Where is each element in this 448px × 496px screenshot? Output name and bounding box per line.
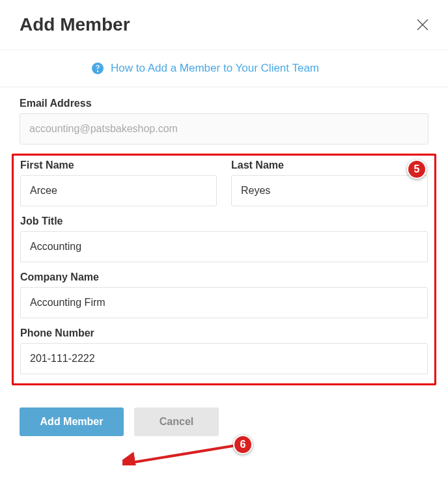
phone-field-group: Phone Number [20, 327, 428, 374]
help-link[interactable]: How to Add a Member to Your Client Team [111, 62, 319, 75]
job-title-field-group: Job Title [20, 215, 428, 262]
job-title-input[interactable] [20, 231, 428, 262]
arrow-annotation [122, 439, 237, 465]
last-name-field-group: Last Name [231, 159, 428, 206]
callout-5: 5 [407, 159, 427, 179]
form-area: Email Address 5 First Name Last Name Job… [0, 87, 448, 385]
company-label: Company Name [20, 271, 428, 283]
modal-header: Add Member [0, 0, 448, 50]
first-name-input[interactable] [20, 175, 217, 206]
callout-6: 6 [233, 435, 253, 454]
phone-label: Phone Number [20, 327, 428, 339]
company-input[interactable] [20, 287, 428, 318]
add-member-button[interactable]: Add Member [20, 407, 124, 436]
highlight-box-5: 5 First Name Last Name Job Title Company… [12, 154, 436, 385]
email-label: Email Address [20, 98, 428, 109]
cancel-button[interactable]: Cancel [134, 407, 219, 436]
company-field-group: Company Name [20, 271, 428, 318]
button-row: Add Member Cancel [0, 385, 448, 436]
help-icon [91, 62, 104, 75]
first-name-label: First Name [20, 159, 217, 171]
svg-line-4 [130, 446, 233, 463]
email-field-group: Email Address [20, 98, 428, 145]
help-row: How to Add a Member to Your Client Team [0, 50, 448, 87]
last-name-input[interactable] [231, 175, 428, 206]
close-button[interactable] [415, 18, 430, 32]
last-name-label: Last Name [231, 159, 428, 171]
phone-input[interactable] [20, 343, 428, 374]
name-row: First Name Last Name [20, 159, 428, 206]
first-name-field-group: First Name [20, 159, 217, 206]
modal-title: Add Member [20, 14, 130, 35]
job-title-label: Job Title [20, 215, 428, 227]
add-member-modal: Add Member How to Add a Member to Your C… [0, 0, 448, 496]
close-icon [415, 18, 430, 32]
email-input[interactable] [20, 113, 428, 145]
